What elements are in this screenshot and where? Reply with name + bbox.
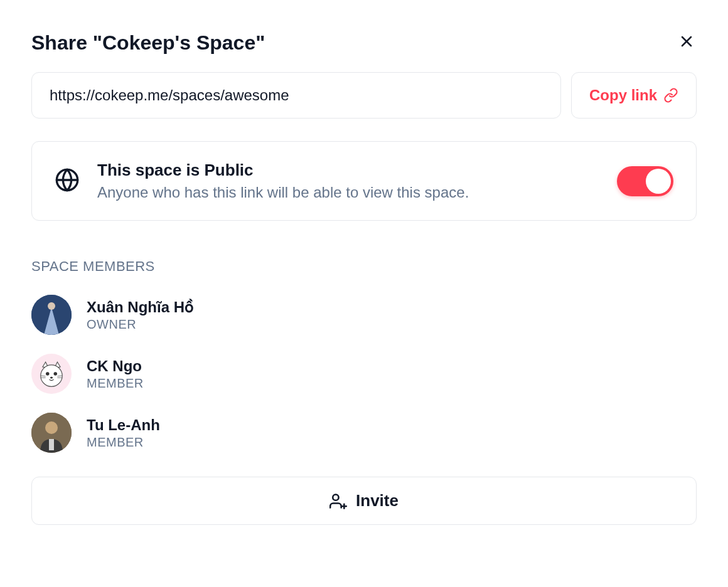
member-role: MEMBER — [87, 435, 160, 450]
copy-link-label: Copy link — [589, 87, 657, 104]
svg-point-6 — [48, 302, 55, 310]
avatar — [31, 413, 72, 453]
member-name: Tu Le-Anh — [87, 416, 160, 434]
member-info: CK Ngo MEMBER — [87, 357, 144, 391]
member-row: CK Ngo MEMBER — [31, 354, 697, 394]
member-list: Xuân Nghĩa Hồ OWNER — [31, 295, 697, 453]
globe-icon — [55, 167, 80, 195]
svg-point-18 — [333, 494, 338, 500]
visibility-description: Anyone who has this link will be able to… — [97, 184, 599, 201]
member-name: CK Ngo — [87, 357, 144, 375]
svg-point-8 — [46, 372, 49, 375]
dialog-title: Share "Cokeep's Space" — [31, 31, 265, 55]
members-section-label: SPACE MEMBERS — [31, 258, 697, 275]
member-row: Xuân Nghĩa Hồ OWNER — [31, 295, 697, 335]
toggle-knob — [646, 169, 671, 194]
member-row: Tu Le-Anh MEMBER — [31, 413, 697, 453]
close-icon — [679, 34, 694, 49]
user-plus-icon — [329, 492, 347, 510]
member-role: OWNER — [87, 317, 194, 332]
svg-point-16 — [45, 421, 58, 434]
invite-label: Invite — [356, 491, 399, 510]
avatar — [31, 295, 72, 335]
close-button[interactable] — [677, 31, 697, 51]
visibility-text: This space is Public Anyone who has this… — [97, 161, 599, 201]
svg-point-10 — [50, 377, 53, 379]
share-link-row: Copy link — [31, 72, 697, 119]
member-name: Xuân Nghĩa Hồ — [87, 299, 194, 316]
copy-link-button[interactable]: Copy link — [571, 72, 697, 119]
svg-point-7 — [41, 365, 62, 386]
link-icon — [663, 88, 678, 103]
avatar — [31, 354, 72, 394]
invite-button[interactable]: Invite — [31, 477, 697, 525]
member-role: MEMBER — [87, 376, 144, 391]
visibility-card: This space is Public Anyone who has this… — [31, 141, 697, 221]
member-info: Tu Le-Anh MEMBER — [87, 416, 160, 450]
svg-point-9 — [54, 372, 57, 375]
share-dialog: Share "Cokeep's Space" Copy link — [31, 31, 697, 525]
share-url-input[interactable] — [31, 72, 561, 119]
visibility-toggle[interactable] — [617, 166, 673, 196]
member-info: Xuân Nghĩa Hồ OWNER — [87, 299, 194, 332]
dialog-header: Share "Cokeep's Space" — [31, 31, 697, 55]
visibility-title: This space is Public — [97, 161, 599, 180]
svg-rect-17 — [49, 439, 54, 450]
